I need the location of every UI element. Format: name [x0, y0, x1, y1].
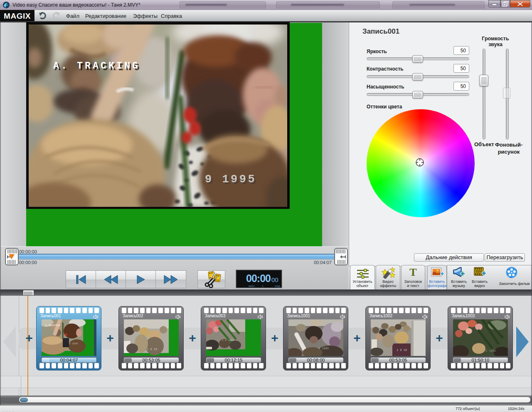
svg-text:1 9 19: 1 9 19 — [397, 348, 407, 352]
svg-text:9 1995: 9 1995 — [318, 347, 329, 350]
svg-text:1 9 1995: 1 9 1995 — [222, 339, 234, 342]
svg-text:9 1995: 9 1995 — [69, 342, 78, 345]
svg-text:2 1995: 2 1995 — [485, 349, 496, 353]
svg-text:A.TRACKING: A.TRACKING — [45, 324, 60, 327]
svg-text:1 9 19: 1 9 19 — [147, 348, 157, 351]
svg-text:9 1995: 9 1995 — [205, 173, 256, 186]
svg-text:A. TRACKING: A. TRACKING — [53, 61, 140, 71]
